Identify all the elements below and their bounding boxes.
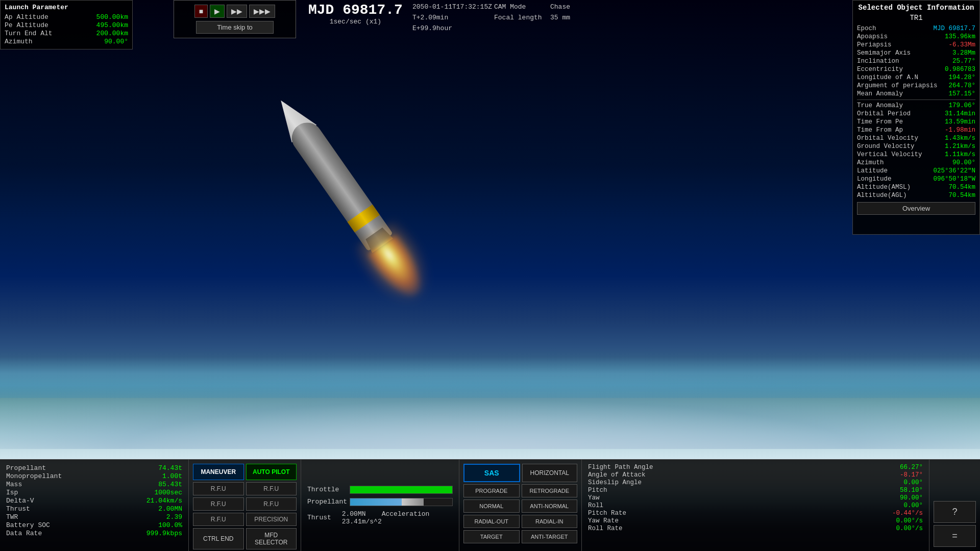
retrograde-button[interactable]: RETROGRADE bbox=[522, 484, 578, 497]
thrust-stat-label: Thrust bbox=[6, 505, 30, 513]
target-button[interactable]: TARGET bbox=[463, 530, 520, 543]
battery-stat-value: 100.0% bbox=[158, 521, 182, 529]
propellant-stat-label: Propellant bbox=[6, 464, 46, 472]
param-row-ap: Ap Altitude 500.00km bbox=[5, 13, 128, 21]
ground-velocity-label: Ground Velocity bbox=[857, 143, 915, 150]
roll-rate-label: Roll Rate bbox=[588, 525, 623, 532]
overview-button[interactable]: Overview bbox=[857, 202, 975, 215]
rfu-btn-1[interactable]: R.F.U bbox=[193, 482, 244, 495]
propellant-stat-value: 74.43t bbox=[158, 464, 182, 472]
extra-button[interactable]: = bbox=[934, 525, 976, 547]
thrust-value: 2.00MN Acceleration 23.41m/s^2 bbox=[342, 510, 453, 525]
sas-grid: PROGRADE RETROGRADE NORMAL ANTI-NORMAL R… bbox=[463, 484, 577, 543]
epoch-label: Epoch bbox=[857, 25, 876, 32]
yaw-value: 90.00° bbox=[900, 494, 923, 502]
ground-velocity-row: Ground Velocity 1.21km/s bbox=[857, 143, 975, 150]
yaw-rate-label: Yaw Rate bbox=[588, 517, 619, 524]
orbital-period-value: 31.14min bbox=[945, 110, 975, 117]
normal-button[interactable]: NORMAL bbox=[463, 499, 520, 513]
azimuth-value: 90.00° bbox=[104, 38, 128, 45]
alt-agl-value: 70.54km bbox=[948, 192, 975, 199]
true-anomaly-row: True Anomaly 179.06° bbox=[857, 102, 975, 109]
cam-mode-value: Chase bbox=[550, 2, 570, 13]
chase-mode-panel: Chase 35 mm bbox=[546, 0, 574, 26]
throttle-label: Throttle bbox=[307, 486, 346, 493]
ctrl-end-button[interactable]: CTRL END bbox=[193, 528, 244, 549]
divider1 bbox=[857, 99, 975, 100]
prograde-button[interactable]: PROGRADE bbox=[463, 484, 520, 497]
arg-periapsis-label: Argument of periapsis bbox=[857, 82, 938, 89]
selected-object-panel: Selected Object Information TR1 Epoch MJ… bbox=[852, 0, 980, 235]
maneuver-button[interactable]: MANEUVER bbox=[193, 464, 244, 480]
azimuth-info-label: Azimuth bbox=[857, 159, 884, 166]
roll-value: 0.00° bbox=[903, 502, 923, 509]
stop-button[interactable]: ■ bbox=[194, 5, 208, 18]
horizontal-button[interactable]: HORIZONTAL bbox=[522, 464, 578, 482]
time-skip-button[interactable]: Time skip to bbox=[196, 21, 274, 34]
flight-path-angle-row: Flight Path Angle 66.27° bbox=[588, 464, 923, 471]
rfu-btn-3[interactable]: R.F.U bbox=[193, 497, 244, 511]
longitude-label: Longitude bbox=[857, 176, 892, 183]
fast-forward3-button[interactable]: ▶▶▶ bbox=[249, 5, 275, 18]
aoa-value: -8.17° bbox=[900, 471, 923, 479]
play-button[interactable]: ▶ bbox=[210, 5, 225, 18]
top-controls-panel: ■ ▶ ▶▶ ▶▶▶ Time skip to bbox=[174, 0, 296, 38]
pitch-label: Pitch bbox=[588, 487, 607, 494]
rfu-btn-4[interactable]: R.F.U bbox=[246, 497, 297, 511]
alt-amsl-value: 70.54km bbox=[948, 184, 975, 191]
rfu-btn-2[interactable]: R.F.U bbox=[246, 482, 297, 495]
isp-stat-label: Isp bbox=[6, 489, 18, 496]
anti-normal-button[interactable]: ANTI-NORMAL bbox=[522, 499, 578, 513]
bottom-right-buttons: ? = bbox=[929, 460, 980, 551]
mission-eplus: E+99.9hour bbox=[412, 23, 492, 34]
radial-out-button[interactable]: RADIAL-OUT bbox=[463, 515, 520, 528]
orbital-velocity-value: 1.43km/s bbox=[945, 135, 975, 142]
inclination-row: Inclination 25.77° bbox=[857, 58, 975, 65]
datarate-stat-label: Data Rate bbox=[6, 530, 42, 537]
thrust-stat-value: 2.00MN bbox=[158, 505, 182, 513]
sas-button[interactable]: SAS bbox=[463, 464, 520, 482]
latitude-label: Latitude bbox=[857, 167, 888, 174]
battery-stat: Battery SOC 100.0% bbox=[6, 521, 182, 529]
vertical-velocity-row: Vertical Velocity 1.11km/s bbox=[857, 151, 975, 158]
sideslip-value: 0.00° bbox=[903, 479, 923, 486]
thrust-stat: Thrust 2.00MN bbox=[6, 505, 182, 513]
mjd-value: MJD 69817.7 bbox=[308, 2, 403, 18]
autopilot-button[interactable]: AUTO PILOT bbox=[246, 464, 297, 480]
camera-info-panel: CAM Mode Focal length bbox=[490, 0, 546, 26]
help-button[interactable]: ? bbox=[934, 501, 976, 523]
twr-stat: TWR 2.39 bbox=[6, 513, 182, 521]
cam-mode-label: CAM Mode bbox=[494, 2, 542, 13]
time-from-pe-value: 13.59min bbox=[945, 118, 975, 126]
roll-row: Roll 0.00° bbox=[588, 502, 923, 509]
pe-altitude-label: Pe Altitude bbox=[5, 21, 48, 29]
mfd-selector-button[interactable]: MFD SELECTOR bbox=[246, 528, 297, 549]
deltav-stat-value: 21.04km/s bbox=[146, 497, 182, 505]
anti-target-button[interactable]: ANTI-TARGET bbox=[522, 530, 578, 543]
time-from-ap-label: Time From Ap bbox=[857, 127, 903, 134]
epoch-value: MJD 69817.7 bbox=[933, 25, 975, 32]
sideslip-row: Sideslip Angle 0.00° bbox=[588, 479, 923, 486]
selected-object-title: Selected Object Information bbox=[857, 4, 975, 12]
fast-forward-button[interactable]: ▶▶ bbox=[227, 5, 247, 18]
arg-periapsis-row: Argument of periapsis 264.78° bbox=[857, 82, 975, 89]
rfu-btn-5[interactable]: R.F.U bbox=[193, 513, 244, 526]
atmosphere-layer bbox=[0, 357, 980, 398]
roll-rate-row: Roll Rate 0.00°/s bbox=[588, 525, 923, 532]
aoa-row: Angle of Attack -8.17° bbox=[588, 471, 923, 479]
orbital-period-label: Orbital Period bbox=[857, 110, 911, 117]
eccentricity-row: Eccentricity 0.986783 bbox=[857, 66, 975, 73]
mean-anomaly-label: Mean Anomaly bbox=[857, 90, 903, 97]
flight-path-angle-value: 66.27° bbox=[900, 464, 923, 471]
yaw-rate-row: Yaw Rate 0.00°/s bbox=[588, 517, 923, 524]
precision-button[interactable]: PRECISION bbox=[246, 513, 297, 526]
rfu-precision-row: R.F.U PRECISION bbox=[193, 513, 297, 526]
radial-in-button[interactable]: RADIAL-IN bbox=[522, 515, 578, 528]
deltav-stat-label: Delta-V bbox=[6, 497, 34, 505]
turn-end-alt-label: Turn End Alt bbox=[5, 30, 53, 37]
eccentricity-value: 0.986783 bbox=[945, 66, 975, 73]
propellant-row: Propellant bbox=[307, 498, 453, 506]
bottom-hud: Propellant 74.43t Monopropellant 1.00t M… bbox=[0, 459, 980, 551]
monoprop-stat: Monopropellant 1.00t bbox=[6, 472, 182, 480]
longitude-an-row: Longitude of A.N 194.28° bbox=[857, 74, 975, 81]
